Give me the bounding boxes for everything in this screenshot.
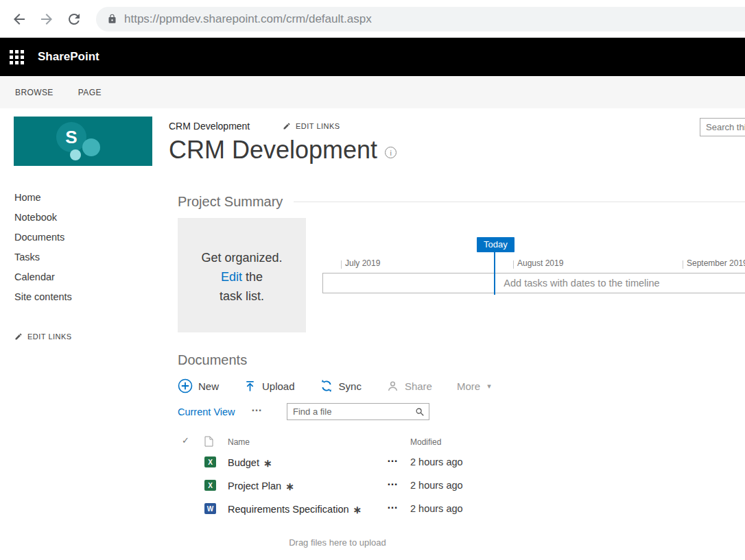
- sidebar-item-notebook[interactable]: Notebook: [14, 212, 72, 223]
- timeline-today-line: [494, 252, 495, 295]
- file-name-link[interactable]: Project Plan∗: [228, 480, 294, 492]
- edit-task-list-link[interactable]: Edit: [221, 270, 242, 284]
- sidebar-edit-links-label: EDIT LINKS: [27, 332, 72, 341]
- sidebar-item-calendar[interactable]: Calendar: [14, 271, 72, 282]
- excel-icon: X: [204, 456, 216, 467]
- new-badge-icon: ∗: [285, 480, 294, 493]
- sidebar-item-site-contents[interactable]: Site contents: [14, 291, 72, 302]
- modified-value: 2 hours ago: [410, 480, 463, 491]
- file-row[interactable]: X Project Plan∗ … 2 hours ago: [169, 474, 745, 498]
- site-search-box: [700, 118, 745, 136]
- timeline-month-label: September 2019: [687, 258, 745, 268]
- file-name-link[interactable]: Requirements Specification∗: [228, 503, 362, 515]
- sidebar-item-tasks[interactable]: Tasks: [14, 252, 72, 263]
- lock-icon[interactable]: [107, 14, 117, 24]
- sidebar-edit-links-button[interactable]: EDIT LINKS: [14, 332, 72, 341]
- ribbon-tab-page[interactable]: PAGE: [78, 88, 102, 97]
- timeline-month-label: August 2019: [517, 258, 563, 268]
- find-file-input[interactable]: [293, 406, 415, 417]
- current-view-link[interactable]: Current View: [178, 406, 235, 417]
- timeline-today-badge: Today: [477, 237, 515, 252]
- sharepoint-brand[interactable]: SharePoint: [38, 50, 99, 64]
- promo-line1: Get organized.: [201, 251, 282, 265]
- project-summary-title[interactable]: Project Summary: [178, 194, 283, 210]
- column-header-name[interactable]: Name: [228, 437, 250, 447]
- page-title: CRM Development: [169, 136, 377, 165]
- file-row[interactable]: X Budget∗ … 2 hours ago: [169, 451, 745, 474]
- back-icon[interactable]: [11, 11, 27, 27]
- project-summary-header: Project Summary: [178, 194, 745, 210]
- upload-button[interactable]: Upload: [244, 379, 295, 393]
- sidebar-item-home[interactable]: Home: [14, 192, 72, 203]
- title-row: CRM Development i: [169, 136, 397, 165]
- suite-bar: SharePoint: [0, 38, 745, 76]
- find-file-box: [287, 403, 429, 420]
- modified-value: 2 hours ago: [410, 503, 463, 514]
- share-icon: [386, 380, 399, 393]
- new-badge-icon: ∗: [353, 504, 362, 516]
- modified-value: 2 hours ago: [410, 456, 463, 467]
- timeline-month-tick: [513, 260, 514, 269]
- timeline-month-label: July 2019: [345, 258, 380, 268]
- column-header-modified[interactable]: Modified: [410, 437, 441, 447]
- file-type-column-icon[interactable]: [204, 436, 213, 450]
- new-button[interactable]: New: [178, 378, 219, 393]
- ribbon-tab-browse[interactable]: BROWSE: [15, 88, 54, 97]
- timeline-month-tick: [341, 260, 342, 269]
- documents-toolbar: New Upload Sync Share More ▾: [178, 377, 491, 395]
- header-edit-links-button[interactable]: EDIT LINKS: [283, 122, 340, 130]
- upload-button-label: Upload: [262, 380, 295, 392]
- site-search-input[interactable]: [706, 122, 745, 132]
- file-name-link[interactable]: Budget∗: [228, 456, 272, 469]
- address-bar[interactable]: https://ppmdev.sharepoint.com/crm/defaul…: [96, 7, 745, 32]
- timeline-empty-bar: Add tasks with dates to the timeline: [322, 273, 745, 293]
- promo-text: Get organized. Edit the task list.: [178, 248, 306, 306]
- share-button-label: Share: [405, 380, 432, 392]
- more-button[interactable]: More ▾: [457, 380, 491, 392]
- documents-table-header: ✓ Name Modified: [169, 435, 745, 449]
- upload-icon: [244, 379, 257, 393]
- browser-toolbar: https://ppmdev.sharepoint.com/crm/defaul…: [0, 0, 745, 38]
- file-row[interactable]: W Requirements Specification∗ … 2 hours …: [169, 498, 745, 521]
- sharepoint-logo-circle: [82, 138, 100, 156]
- word-icon: W: [204, 503, 216, 514]
- sidebar-item-documents[interactable]: Documents: [14, 232, 72, 243]
- file-name: Budget: [228, 457, 259, 468]
- search-icon[interactable]: [415, 407, 425, 417]
- documents-rows: X Budget∗ … 2 hours ago X Project Plan∗ …: [169, 451, 745, 521]
- app-launcher-icon[interactable]: [10, 50, 24, 64]
- promo-panel: Get organized. Edit the task list.: [178, 218, 306, 332]
- documents-title[interactable]: Documents: [178, 352, 247, 368]
- sync-icon: [320, 379, 333, 393]
- row-menu-button[interactable]: …: [387, 499, 399, 511]
- file-name: Requirements Specification: [228, 504, 349, 515]
- sync-button[interactable]: Sync: [320, 379, 362, 393]
- plus-circle-icon: [178, 378, 193, 393]
- refresh-icon[interactable]: [66, 11, 82, 27]
- main-content: CRM Development EDIT LINKS CRM Developme…: [169, 108, 745, 560]
- row-menu-button[interactable]: …: [387, 452, 399, 465]
- header-rule: [294, 202, 745, 202]
- document-icon: [204, 436, 213, 447]
- breadcrumb[interactable]: CRM Development: [169, 121, 250, 132]
- chevron-down-icon: ▾: [487, 382, 491, 391]
- new-button-label: New: [198, 380, 219, 392]
- row-menu-button[interactable]: …: [387, 476, 399, 488]
- excel-icon: X: [204, 480, 216, 491]
- sync-button-label: Sync: [339, 380, 362, 392]
- select-all-checkbox[interactable]: ✓: [182, 435, 189, 446]
- header-edit-links-label: EDIT LINKS: [296, 122, 340, 130]
- new-badge-icon: ∗: [263, 457, 272, 470]
- promo-after-edit: the: [246, 270, 263, 284]
- url-text[interactable]: https://ppmdev.sharepoint.com/crm/defaul…: [124, 12, 372, 26]
- share-button[interactable]: Share: [386, 380, 432, 393]
- sharepoint-window: https://ppmdev.sharepoint.com/crm/defaul…: [0, 0, 745, 560]
- forward-icon[interactable]: [38, 11, 55, 27]
- pencil-icon: [283, 122, 291, 130]
- more-button-label: More: [457, 380, 480, 392]
- view-menu-ellipsis[interactable]: …: [251, 402, 263, 414]
- sidebar: S Home Notebook Documents Tasks Calendar…: [0, 108, 169, 560]
- site-logo[interactable]: S: [14, 117, 152, 166]
- sharepoint-logo-circle-small: [70, 149, 81, 160]
- info-icon[interactable]: i: [385, 147, 397, 158]
